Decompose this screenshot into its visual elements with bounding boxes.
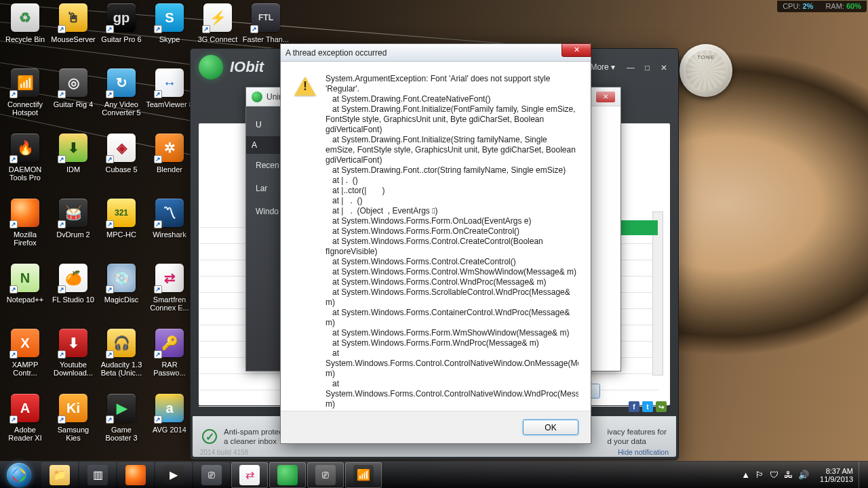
taskbar-firefox[interactable] xyxy=(117,462,154,488)
desktop-icon-teamviewer-8[interactable]: ↔↗TeamViewer 8 xyxy=(146,67,193,131)
desktop-icon-guitar-rig-4[interactable]: ◎↗Guitar Rig 4 xyxy=(50,67,97,131)
desktop-icon-label: Blender xyxy=(157,165,182,174)
iobit-maximize-button[interactable]: □ xyxy=(642,63,654,74)
desktop-icon-firefox[interactable]: ↗Mozilla Firefox xyxy=(1,197,49,261)
tray-icon-0[interactable]: ▲ xyxy=(741,470,750,480)
shortcut-overlay-icon: ↗ xyxy=(58,220,66,228)
iobit-social-links: f t ↪ xyxy=(629,401,667,412)
dvdrum-2-icon: 🥁↗ xyxy=(59,199,87,227)
ok-button[interactable]: OK xyxy=(523,420,578,435)
desktop-icon-adobe-reader[interactable]: A↗Adobe Reader XI xyxy=(1,392,49,456)
facebook-icon[interactable]: f xyxy=(629,401,639,412)
desktop-icon-connectify[interactable]: 📶↗Connectify Hotspot xyxy=(1,67,49,131)
3g-connect-icon: ⚡↗ xyxy=(203,3,232,32)
tray-icon-1[interactable]: 🏳 xyxy=(755,470,764,480)
desktop-icon-yt-download[interactable]: ⬇↗Youtube Download... xyxy=(50,327,97,391)
shortcut-overlay-icon: ↗ xyxy=(58,350,66,359)
taskbar-iobit[interactable] xyxy=(269,462,306,488)
shortcut-overlay-icon: ↗ xyxy=(154,285,162,293)
tray-icon-4[interactable]: 🔊 xyxy=(798,470,809,480)
taskbar-app-4[interactable]: ⎚ xyxy=(307,462,344,488)
desktop-icon-samsung-kies[interactable]: Ki↗Samsung Kies xyxy=(50,392,97,456)
blender-icon: ✲↗ xyxy=(155,134,184,162)
teamviewer-8-icon: ↔↗ xyxy=(155,68,184,97)
desktop-icon-guitar-pro-6[interactable]: gp↗Guitar Pro 6 xyxy=(98,2,145,66)
share-icon[interactable]: ↪ xyxy=(656,401,667,412)
taskbar-unknown-1[interactable]: ▥ xyxy=(79,462,116,488)
error-close-button[interactable]: ✕ xyxy=(561,43,591,57)
twitter-icon[interactable]: t xyxy=(642,401,653,412)
taskbar-clock[interactable]: 8:37 AM 11/9/2013 xyxy=(814,467,859,483)
tray-icon-3[interactable]: 🖧 xyxy=(784,470,793,480)
skype-icon: S↗ xyxy=(155,3,184,32)
iobit-more-menu[interactable]: More ▾ xyxy=(590,62,615,72)
shortcut-overlay-icon: ↗ xyxy=(58,25,66,33)
shortcut-overlay-icon: ↗ xyxy=(9,220,18,228)
iobit-sub-close-button[interactable]: ✕ xyxy=(596,92,615,102)
any-video-icon: ↻↗ xyxy=(107,68,136,97)
desktop-icon-label: MagicDisc xyxy=(104,296,139,304)
shortcut-overlay-icon: ↗ xyxy=(154,90,162,98)
desktop-icon-skype[interactable]: S↗Skype xyxy=(146,2,193,66)
thread-exception-dialog[interactable]: A thread exception occurred ✕ System.Arg… xyxy=(280,43,591,444)
desktop-icon-mpc-hc[interactable]: 321↗MPC-HC xyxy=(98,197,145,261)
yt-download-icon: ⬇↗ xyxy=(59,329,87,357)
rar-passwo-icon: 🔑↗ xyxy=(155,329,184,357)
taskbar-explorer[interactable]: 📁 xyxy=(41,462,78,488)
desktop-icon-game-booster[interactable]: ▶↗Game Booster 3 xyxy=(98,392,145,456)
fl-studio-10-icon: 🍊↗ xyxy=(59,264,87,292)
tray-icon-2[interactable]: 🛡 xyxy=(770,470,778,480)
cubase-5-icon: ◈↗ xyxy=(107,134,136,162)
desktop-icon-label: Smartfren Connex E... xyxy=(146,296,193,312)
desktop-icon-wireshark[interactable]: 〽↗Wireshark xyxy=(146,197,193,261)
iobit-hide-notification-link[interactable]: Hide notification xyxy=(618,448,669,456)
smartfren-icon: ⇄↗ xyxy=(155,264,184,292)
start-button[interactable] xyxy=(0,462,38,488)
taskbar-unknown-3[interactable]: ⎚ xyxy=(193,462,230,488)
desktop-icon-xampp[interactable]: X↗XAMPP Contr... xyxy=(1,327,49,391)
shortcut-overlay-icon: ↗ xyxy=(9,285,18,293)
shortcut-overlay-icon: ↗ xyxy=(9,155,18,163)
desktop-icon-label: FL Studio 10 xyxy=(52,296,94,304)
desktop-icon-idm[interactable]: ⬇↗IDM xyxy=(50,132,97,196)
desktop-icon-cubase-5[interactable]: ◈↗Cubase 5 xyxy=(98,132,145,196)
taskbar-smartfren[interactable]: ⇄ xyxy=(231,462,268,488)
desktop-icon-blender[interactable]: ✲↗Blender xyxy=(146,132,193,196)
desktop-icon-avg-2014[interactable]: a↗AVG 2014 xyxy=(146,392,193,456)
error-stack-trace: System.ArgumentException: Font 'Arial' d… xyxy=(326,74,578,411)
desktop-icon-fl-studio-10[interactable]: 🍊↗FL Studio 10 xyxy=(50,262,97,326)
taskbar-unknown-2[interactable]: ▶ xyxy=(155,462,192,488)
desktop-icon-audacity[interactable]: 🎧↗Audacity 1.3 Beta (Unic... xyxy=(98,327,145,391)
desktop-icon-mouseserver[interactable]: 🖱↗MouseServer xyxy=(50,2,97,66)
iobit-scrollbar[interactable] xyxy=(652,211,663,375)
desktop-icon-rar-passwo[interactable]: 🔑↗RAR Passwo... xyxy=(146,327,193,391)
desktop-icon-magicdisc[interactable]: 💿↗MagicDisc xyxy=(98,262,145,326)
iobit-minimize-button[interactable]: — xyxy=(625,63,637,74)
desktop-icon-daemon-tools[interactable]: 🔥↗DAEMON Tools Pro xyxy=(1,132,49,196)
desktop-icon-label: Guitar Rig 4 xyxy=(54,100,94,108)
shortcut-overlay-icon: ↗ xyxy=(154,220,162,228)
mouseserver-icon: 🖱↗ xyxy=(59,3,87,32)
recycle-bin-icon: ♻ xyxy=(11,3,39,32)
desktop-icon-any-video[interactable]: ↻↗Any Video Converter 5 xyxy=(98,67,145,131)
mpc-hc-icon: 321↗ xyxy=(107,199,136,227)
error-titlebar[interactable]: A thread exception occurred ✕ xyxy=(281,44,591,62)
show-desktop-button[interactable] xyxy=(859,462,867,489)
desktop-icon-notepadpp[interactable]: N↗Notepad++ xyxy=(1,262,49,326)
desktop-icon-dvdrum-2[interactable]: 🥁↗DvDrum 2 xyxy=(50,197,97,261)
taskbar-connectify[interactable]: 📶 xyxy=(345,462,382,488)
desktop-icon-recycle-bin[interactable]: ♻Recycle Bin xyxy=(1,2,49,66)
shortcut-overlay-icon: ↗ xyxy=(58,155,66,163)
iobit-close-button[interactable]: ✕ xyxy=(658,63,670,74)
shortcut-overlay-icon: ↗ xyxy=(154,415,162,424)
shortcut-overlay-icon: ↗ xyxy=(9,415,18,424)
desktop-icon-smartfren[interactable]: ⇄↗Smartfren Connex E... xyxy=(146,262,193,326)
desktop-icon-label: RAR Passwo... xyxy=(146,361,193,377)
connectify-icon: 📶↗ xyxy=(11,68,39,97)
system-tray: ▲🏳🛡🖧🔊 8:37 AM 11/9/2013 xyxy=(736,462,868,488)
warning-icon xyxy=(294,75,316,96)
desktop-icon-label: Guitar Pro 6 xyxy=(101,35,141,43)
iobit-build-label: 2014 build 4158 xyxy=(200,449,248,456)
desktop-icon-label: Wireshark xyxy=(153,230,186,239)
shortcut-overlay-icon: ↗ xyxy=(106,220,114,228)
